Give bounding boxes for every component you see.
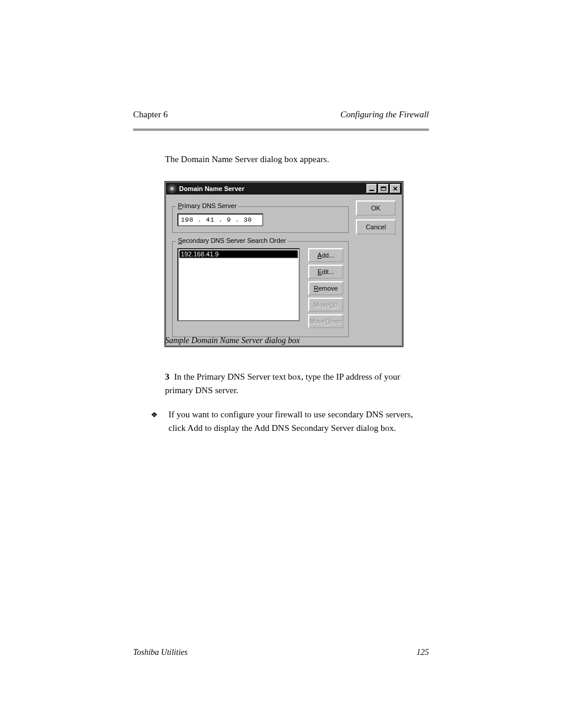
step-number: 3: [165, 372, 170, 381]
footer-page-number: 125: [416, 648, 429, 657]
cancel-button[interactable]: Cancel: [356, 219, 396, 235]
instruction-text: In the Primary DNS Server text box, type…: [165, 372, 400, 395]
list-item[interactable]: 192.168.41.9: [179, 250, 298, 258]
bullet-text: If you want to configure your firewall t…: [168, 408, 429, 434]
chapter-title: Configuring the Firewall: [340, 110, 429, 120]
dns-dialog: Domain Name Server OK Cancel Primary DNS…: [165, 182, 403, 347]
svg-rect-4: [381, 187, 386, 188]
intro-text: The Domain Name Server dialog box appear…: [165, 153, 429, 166]
primary-dns-group: Primary DNS Server 198 . 41 . 9 . 30: [172, 206, 349, 233]
secondary-dns-listbox[interactable]: 192.168.41.9: [177, 248, 300, 321]
app-icon: [167, 184, 177, 193]
secondary-dns-group: Secondary DNS Server Search Order 192.16…: [172, 241, 349, 337]
ok-button[interactable]: OK: [356, 200, 396, 216]
dialog-title: Domain Name Server: [179, 185, 365, 192]
close-icon: [392, 186, 398, 191]
primary-dns-input[interactable]: 198 . 41 . 9 . 30: [177, 213, 263, 226]
primary-dns-legend: Primary DNS Server: [176, 202, 239, 209]
close-button[interactable]: [390, 184, 401, 193]
maximize-button[interactable]: [378, 184, 389, 193]
minimize-icon: [369, 186, 375, 191]
svg-rect-2: [369, 190, 374, 191]
maximize-icon: [381, 186, 386, 191]
figure-caption: Sample Domain Name Server dialog box: [165, 335, 429, 347]
footer-left: Toshiba Utilities: [133, 648, 187, 657]
header-rule: [133, 129, 429, 131]
diamond-bullet-icon: ❖: [151, 409, 158, 421]
move-down-button[interactable]: Move Down: [308, 314, 343, 328]
svg-point-1: [171, 187, 173, 190]
remove-button[interactable]: Remove: [308, 281, 343, 295]
secondary-dns-legend: Secondary DNS Server Search Order: [176, 237, 287, 244]
move-up-button[interactable]: Move Up: [308, 298, 343, 312]
add-button[interactable]: Add...: [308, 248, 343, 262]
minimize-button[interactable]: [366, 184, 377, 193]
edit-button[interactable]: Edit...: [308, 265, 343, 279]
titlebar[interactable]: Domain Name Server: [166, 183, 402, 195]
chapter-label: Chapter 6: [133, 110, 168, 119]
